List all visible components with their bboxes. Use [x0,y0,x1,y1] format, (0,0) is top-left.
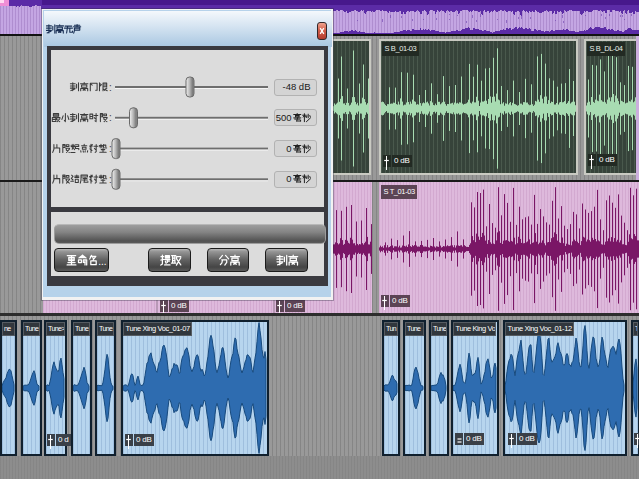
svg-text::: : [109,82,112,93]
svg-text::: : [109,112,112,123]
svg-text:...: ... [98,256,106,267]
svg-text::: : [109,174,112,185]
svg-text::: : [109,143,112,154]
